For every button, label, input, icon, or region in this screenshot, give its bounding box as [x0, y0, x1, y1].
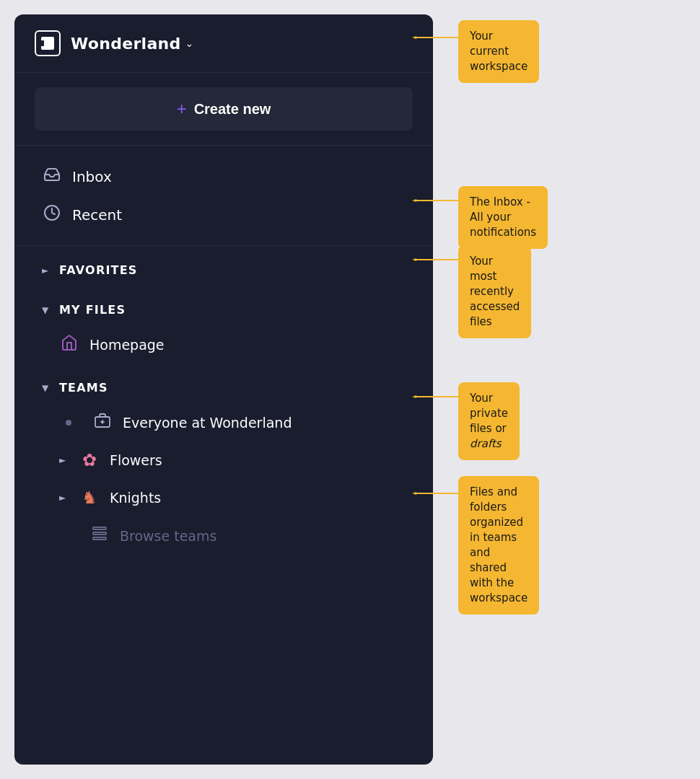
svg-rect-5 — [93, 532, 106, 534]
chevron-down-icon: ▼ — [42, 305, 52, 315]
team-everyone-label: Everyone at Wonderland — [123, 415, 292, 431]
tooltip-line-inbox — [415, 199, 458, 202]
chevron-down-icon: ⌄ — [185, 38, 194, 49]
browse-teams-label: Browse teams — [120, 528, 216, 544]
sidebar: Wonderland ⌄ + Create new Inbox — [14, 14, 433, 765]
tooltip-line-workspace — [415, 36, 458, 39]
workspace-icon — [35, 30, 61, 56]
tooltip-line-recent — [415, 258, 458, 261]
teams-header[interactable]: ▼ TEAMS — [35, 372, 413, 403]
chess-icon: ♞ — [79, 488, 100, 508]
bullet-icon — [66, 420, 71, 426]
sidebar-item-recent[interactable]: Recent — [35, 195, 413, 234]
browse-teams[interactable]: Browse teams — [52, 516, 413, 555]
my-files-section: ▼ MY FILES Homepage — [14, 294, 433, 372]
favorites-title: FAVORITES — [59, 263, 138, 277]
home-icon — [59, 334, 79, 355]
nav-section: Inbox Recent — [14, 146, 433, 246]
create-new-label: Create new — [194, 101, 271, 118]
tooltip-line-my-files — [415, 395, 458, 398]
workspace-header[interactable]: Wonderland ⌄ — [14, 14, 433, 73]
plus-icon: + — [177, 100, 187, 118]
favorites-header[interactable]: ► FAVORITES — [35, 255, 413, 286]
my-files-title: MY FILES — [59, 303, 126, 317]
chevron-down-icon: ▼ — [42, 383, 52, 393]
tooltip-recent-box: Your most recently accessed files — [458, 245, 531, 338]
teams-children: Everyone at Wonderland ► ✿ Flowers ► ♞ K… — [35, 403, 413, 555]
tooltip-inbox-box: The Inbox - All your notifications — [458, 186, 548, 249]
homepage-label: Homepage — [89, 337, 165, 353]
workspace-name: Wonderland — [71, 35, 181, 53]
browse-icon — [89, 525, 110, 546]
teams-section: ▼ TEAMS Everyone at Wonderland — [14, 372, 433, 563]
team-everyone[interactable]: Everyone at Wonderland — [52, 403, 413, 441]
create-new-section: + Create new — [14, 73, 433, 146]
clock-icon — [42, 204, 62, 225]
my-files-homepage[interactable]: Homepage — [52, 325, 413, 364]
chevron-right-icon: ► — [59, 493, 69, 503]
tooltip-teams-box: Files and folders organized in teams and… — [458, 476, 539, 615]
dot-spacer — [59, 420, 79, 426]
team-icon — [92, 412, 113, 433]
sidebar-item-inbox[interactable]: Inbox — [35, 157, 413, 195]
svg-rect-4 — [93, 527, 106, 529]
inbox-icon — [42, 166, 62, 187]
create-new-button[interactable]: + Create new — [35, 87, 413, 131]
inbox-label: Inbox — [72, 168, 112, 185]
gear-icon: ✿ — [79, 450, 100, 470]
chevron-right-icon: ► — [42, 265, 52, 276]
tooltip-workspace-box: Your current workspace — [458, 20, 539, 83]
my-files-children: Homepage — [35, 325, 413, 364]
tooltip-line-teams — [415, 492, 458, 495]
tooltip-my-files-box: Your private files or drafts — [458, 382, 520, 460]
team-flowers-label: Flowers — [110, 452, 162, 468]
teams-title: TEAMS — [59, 381, 108, 395]
chevron-right-icon: ► — [59, 455, 69, 465]
my-files-header[interactable]: ▼ MY FILES — [35, 294, 413, 325]
svg-rect-6 — [93, 537, 106, 540]
favorites-section: ► FAVORITES — [14, 246, 433, 294]
team-flowers[interactable]: ► ✿ Flowers — [52, 441, 413, 479]
team-knights[interactable]: ► ♞ Knights — [52, 479, 413, 516]
team-knights-label: Knights — [110, 490, 161, 506]
recent-label: Recent — [72, 206, 122, 224]
